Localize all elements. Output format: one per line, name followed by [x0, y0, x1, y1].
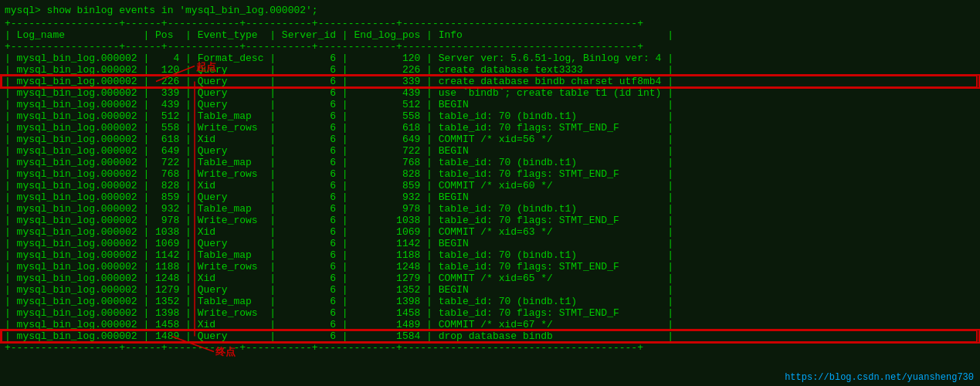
- table-row: | mysql_bin_log.000002 | 768 | Write_row…: [2, 168, 978, 180]
- table-row: | mysql_bin_log.000002 | 1279 | Query | …: [2, 284, 978, 296]
- table-row: | mysql_bin_log.000002 | 978 | Write_row…: [2, 215, 978, 226]
- table-row: | mysql_bin_log.000002 | 512 | Table_map…: [2, 110, 978, 122]
- row-text: | mysql_bin_log.000002 | 439 | Query | 6…: [5, 99, 673, 110]
- table-row: | mysql_bin_log.000002 | 1188 | Write_ro…: [2, 261, 978, 273]
- row-text: | mysql_bin_log.000002 | 768 | Write_row…: [5, 168, 673, 180]
- row-text: | mysql_bin_log.000002 | 618 | Xid | 6 |…: [5, 134, 673, 145]
- row-text: | mysql_bin_log.000002 | 339 | Query | 6…: [5, 87, 673, 99]
- header-row: | Log_name | Pos | Event_type | Server_i…: [2, 29, 978, 41]
- row-text: | mysql_bin_log.000002 | 1248 | Xid | 6 …: [5, 273, 673, 284]
- table-row: | mysql_bin_log.000002 | 120 | Query | 6…: [2, 64, 978, 76]
- table-row: | mysql_bin_log.000002 | 1038 | Xid | 6 …: [2, 226, 978, 238]
- table-row: | mysql_bin_log.000002 | 828 | Xid | 6 |…: [2, 180, 978, 191]
- table-row: | mysql_bin_log.000002 | 1248 | Xid | 6 …: [2, 273, 978, 284]
- row-text: | mysql_bin_log.000002 | 859 | Query | 6…: [5, 191, 673, 203]
- row-text: | mysql_bin_log.000002 | 1489 | Query | …: [5, 330, 673, 342]
- table-row: | mysql_bin_log.000002 | 1069 | Query | …: [2, 238, 978, 249]
- table-row: | mysql_bin_log.000002 | 932 | Table_map…: [2, 203, 978, 215]
- row-text: | mysql_bin_log.000002 | 978 | Write_row…: [5, 215, 673, 226]
- terminal: mysql> show binlog events in 'mysql_bin_…: [0, 0, 980, 357]
- row-text: | mysql_bin_log.000002 | 1038 | Xid | 6 …: [5, 226, 673, 238]
- table-row: | mysql_bin_log.000002 | 722 | Table_map…: [2, 157, 978, 168]
- table-row: | mysql_bin_log.000002 | 1398 | Write_ro…: [2, 307, 978, 319]
- separator-mid: +------------------+------+------------+…: [2, 41, 978, 52]
- table-container: +------------------+------+------------+…: [2, 18, 978, 354]
- row-text: | mysql_bin_log.000002 | 722 | Table_map…: [5, 157, 673, 168]
- row-text: | mysql_bin_log.000002 | 120 | Query | 6…: [5, 64, 673, 76]
- row-text: | mysql_bin_log.000002 | 932 | Table_map…: [5, 203, 673, 215]
- table-row: | mysql_bin_log.000002 | 226 | Query | 6…: [2, 76, 978, 87]
- table-row: | mysql_bin_log.000002 | 439 | Query | 6…: [2, 99, 978, 110]
- row-text: | mysql_bin_log.000002 | 1398 | Write_ro…: [5, 307, 673, 319]
- table-row: | mysql_bin_log.000002 | 1352 | Table_ma…: [2, 296, 978, 307]
- rows-container: | mysql_bin_log.000002 | 4 | Format_desc…: [2, 52, 978, 342]
- row-text: | mysql_bin_log.000002 | 558 | Write_row…: [5, 122, 673, 134]
- header-text: | Log_name | Pos | Event_type | Server_i…: [5, 29, 673, 41]
- row-text: | mysql_bin_log.000002 | 1458 | Xid | 6 …: [5, 319, 673, 330]
- row-text: | mysql_bin_log.000002 | 828 | Xid | 6 |…: [5, 180, 673, 191]
- table-row: | mysql_bin_log.000002 | 1142 | Table_ma…: [2, 249, 978, 261]
- separator-bot: +------------------+------+------------+…: [2, 342, 978, 354]
- table-row: | mysql_bin_log.000002 | 1458 | Xid | 6 …: [2, 319, 978, 330]
- row-text: | mysql_bin_log.000002 | 1142 | Table_ma…: [5, 249, 673, 261]
- row-text: | mysql_bin_log.000002 | 1069 | Query | …: [5, 238, 673, 249]
- row-text: | mysql_bin_log.000002 | 512 | Table_map…: [5, 110, 673, 122]
- table-row: | mysql_bin_log.000002 | 339 | Query | 6…: [2, 87, 978, 99]
- table-row: | mysql_bin_log.000002 | 649 | Query | 6…: [2, 145, 978, 157]
- table-row: | mysql_bin_log.000002 | 1489 | Query | …: [2, 330, 978, 342]
- command-line: mysql> show binlog events in 'mysql_bin_…: [2, 3, 978, 18]
- table-row: | mysql_bin_log.000002 | 4 | Format_desc…: [2, 52, 978, 64]
- row-text: | mysql_bin_log.000002 | 1188 | Write_ro…: [5, 261, 673, 273]
- table-row: | mysql_bin_log.000002 | 859 | Query | 6…: [2, 191, 978, 203]
- row-text: | mysql_bin_log.000002 | 1352 | Table_ma…: [5, 296, 673, 307]
- row-text: | mysql_bin_log.000002 | 649 | Query | 6…: [5, 145, 673, 157]
- watermark: https://blog.csdn.net/yuansheng730: [785, 372, 974, 383]
- row-text: | mysql_bin_log.000002 | 4 | Format_desc…: [5, 52, 673, 64]
- table-row: | mysql_bin_log.000002 | 618 | Xid | 6 |…: [2, 134, 978, 145]
- row-text: | mysql_bin_log.000002 | 1279 | Query | …: [5, 284, 673, 296]
- separator-top: +------------------+------+------------+…: [2, 18, 978, 29]
- table-row: | mysql_bin_log.000002 | 558 | Write_row…: [2, 122, 978, 134]
- row-text: | mysql_bin_log.000002 | 226 | Query | 6…: [5, 76, 673, 87]
